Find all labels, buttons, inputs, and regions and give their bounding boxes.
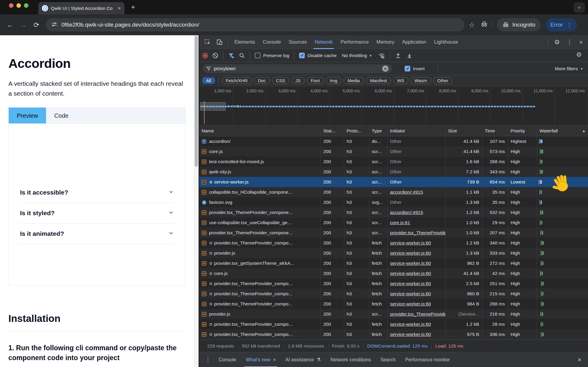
tab-close-icon[interactable]: × (118, 5, 121, 11)
disable-cache-checkbox[interactable] (299, 53, 305, 58)
network-request-row[interactable]: ⚙provider.tsx_ThemeProvider_compo...200h… (199, 319, 588, 329)
initiator-link[interactable]: service-worker.js:60 (390, 240, 431, 246)
clear-filter-icon[interactable]: × (382, 65, 389, 72)
filter-chip-js[interactable]: JS (292, 77, 305, 84)
initiator-link[interactable]: service-worker.js:60 (390, 332, 431, 337)
browser-tab[interactable]: Qwik UI | Styled Accordion Co × (38, 2, 124, 14)
devtools-tab-performance[interactable]: Performance (336, 35, 372, 49)
drawer-tab-close-icon[interactable]: × (273, 357, 276, 363)
network-request-row[interactable]: collapsible.tsx_HCollapsible_compone...2… (199, 187, 588, 197)
initiator-link[interactable]: accordion/:4915 (390, 210, 423, 215)
devtools-tab-console[interactable]: Console (259, 35, 285, 49)
disable-cache-toggle[interactable]: Disable cache (299, 53, 336, 58)
network-overview-timeline[interactable]: 1,000 ms2,000 ms3,000 ms4,000 ms5,000 ms… (199, 86, 588, 126)
network-request-row[interactable]: ⚙provider.tsx_ThemeProvider_compo...200h… (199, 279, 588, 289)
filter-chip-ws[interactable]: WS (393, 77, 408, 84)
filter-chip-img[interactable]: Img (326, 77, 341, 84)
drawer-tab-what-s-new[interactable]: What's new× (241, 352, 281, 367)
drawer-close-icon[interactable]: × (574, 356, 585, 364)
network-request-row[interactable]: ⚙provider.tsx_ThemeProvider_compo...200h… (199, 299, 588, 309)
devtools-settings-icon[interactable]: ⚙ (552, 39, 563, 46)
site-settings-icon[interactable] (51, 21, 57, 29)
filter-chip-other[interactable]: Other (433, 77, 453, 84)
column-header-priority[interactable]: Priority (508, 126, 537, 136)
column-header-initiator[interactable]: Initiator (388, 126, 446, 136)
column-header-name[interactable]: Name (199, 126, 321, 136)
initiator-link[interactable]: service-worker.js:60 (390, 271, 431, 276)
network-request-row[interactable]: ⚙provider.tsx_getSystemTheme_aKkA...200h… (199, 258, 588, 268)
network-request-row[interactable]: ⚙core.js200h3fetchservice-worker.js:6041… (199, 268, 588, 279)
throttling-dropdown[interactable]: No throttling ▾ (342, 53, 371, 58)
drawer-tab-console[interactable]: Console (214, 352, 241, 367)
initiator-link[interactable]: service-worker.js:60 (390, 322, 431, 327)
initiator-link[interactable]: service-worker.js:60 (390, 301, 431, 307)
more-filters-dropdown[interactable]: More filters ▾ (555, 66, 583, 71)
device-toolbar-icon[interactable] (216, 39, 223, 45)
drawer-tab-ai-assistance[interactable]: AI assistance⚗ (281, 352, 326, 367)
network-request-row[interactable]: ⚙provider.tsx_ThemeProvider_compo...200h… (199, 289, 588, 299)
network-request-row[interactable]: ⚙provider.tsx_ThemeProvider_compo...200h… (199, 329, 588, 340)
record-button[interactable] (202, 53, 208, 59)
initiator-link[interactable]: service-worker.js:60 (390, 261, 431, 266)
error-menu-button[interactable]: Error ⋮ (546, 18, 577, 31)
network-request-row[interactable]: ⚙provider.js200h3fetchservice-worker.js:… (199, 248, 588, 258)
back-button[interactable]: ← (7, 21, 13, 29)
filter-chip-css[interactable]: CSS (272, 77, 289, 84)
devtools-close-icon[interactable]: × (577, 39, 586, 46)
drawer-tab-network-conditions[interactable]: Network conditions (326, 352, 376, 367)
network-request-row[interactable]: ⚙service-worker.js200h3scr...Other739 B6… (199, 177, 588, 187)
devtools-tab-network[interactable]: Network (311, 35, 337, 49)
column-header-proto[interactable]: Proto... (344, 126, 369, 136)
import-har-icon[interactable] (395, 53, 401, 59)
devtools-tab-memory[interactable]: Memory (373, 35, 398, 49)
scrollbar-thumb[interactable] (195, 36, 198, 167)
traffic-light-close[interactable] (9, 3, 13, 8)
accordion-item[interactable]: Is it styled? (20, 203, 174, 224)
tab-search-button[interactable]: ˅ (574, 2, 585, 13)
network-request-row[interactable]: ⚙provider.tsx_ThemeProvider_compo...200h… (199, 238, 588, 248)
accordion-item[interactable]: Is it animated? (20, 224, 174, 244)
drawer-menu-icon[interactable]: ⋮ (202, 356, 214, 363)
reload-button[interactable]: ⟳ (33, 21, 39, 29)
filter-chip-doc[interactable]: Doc (254, 77, 270, 84)
network-request-row[interactable]: core.js200h3scr...Other41.4 kB573 msHigh (199, 146, 588, 157)
network-request-row[interactable]: provider.js200h3scr...provider.tsx_Theme… (199, 309, 588, 319)
initiator-link[interactable]: core.js:61 (390, 220, 410, 225)
accordion-item[interactable]: Is it accessible? (20, 182, 174, 203)
traffic-light-minimize[interactable] (16, 3, 21, 8)
devtools-tab-sources[interactable]: Sources (285, 35, 311, 49)
address-bar[interactable]: 0f6e2f0b.qwik-ui-site.pages.dev/docs/sty… (46, 18, 464, 31)
filter-chip-fetchxhr[interactable]: Fetch/XHR (222, 77, 252, 84)
invert-checkbox[interactable] (405, 66, 410, 71)
invert-filter-toggle[interactable]: Invert (405, 66, 425, 71)
filter-chip-wasm[interactable]: Wasm (411, 77, 431, 84)
filter-toggle-icon[interactable] (228, 53, 234, 59)
tab-code[interactable]: Code (46, 108, 77, 123)
network-settings-icon[interactable]: ⚙ (573, 51, 584, 58)
forward-button[interactable]: → (20, 21, 27, 29)
page-scrollbar[interactable] (194, 35, 199, 367)
filter-input[interactable]: proxytown × (203, 64, 392, 73)
column-header-size[interactable]: Size (446, 126, 482, 136)
initiator-link[interactable]: service-worker.js:60 (390, 291, 431, 296)
preserve-log-checkbox[interactable] (255, 53, 261, 58)
column-header-stat[interactable]: Stat... (321, 126, 344, 136)
devtools-tab-application[interactable]: Application (398, 35, 430, 49)
filter-chip-manifest[interactable]: Manifest (366, 77, 391, 84)
network-request-row[interactable]: qwik-city.js200h3scr...Other7.2 kB343 ms… (199, 167, 588, 177)
network-request-row[interactable]: favicon.svg200h3svg...Other1.3 kB35 msHi… (199, 197, 588, 207)
traffic-light-zoom[interactable] (24, 3, 28, 8)
network-conditions-icon[interactable] (378, 52, 385, 59)
initiator-link[interactable]: provider.tsx_ThemeProvider... (390, 311, 446, 317)
column-header-waterfall[interactable]: Waterfall▲ (537, 126, 588, 136)
new-tab-button[interactable]: + (131, 4, 135, 11)
network-request-row[interactable]: provider.tsx_ThemeProvider_compone...200… (199, 228, 588, 238)
drawer-tab-performance-monitor[interactable]: Performance monitor (400, 352, 455, 367)
tab-preview[interactable]: Preview (9, 108, 46, 123)
network-request-row[interactable]: test-controlled-list-mixed.js200h3scr...… (199, 157, 588, 167)
bookmark-star-icon[interactable]: ☆ (469, 21, 475, 29)
export-har-icon[interactable] (406, 53, 412, 59)
initiator-link[interactable]: service-worker.js:60 (390, 281, 431, 286)
network-request-row[interactable]: provider.tsx_ThemeProvider_compone...200… (199, 207, 588, 218)
column-header-type[interactable]: Type (369, 126, 388, 136)
